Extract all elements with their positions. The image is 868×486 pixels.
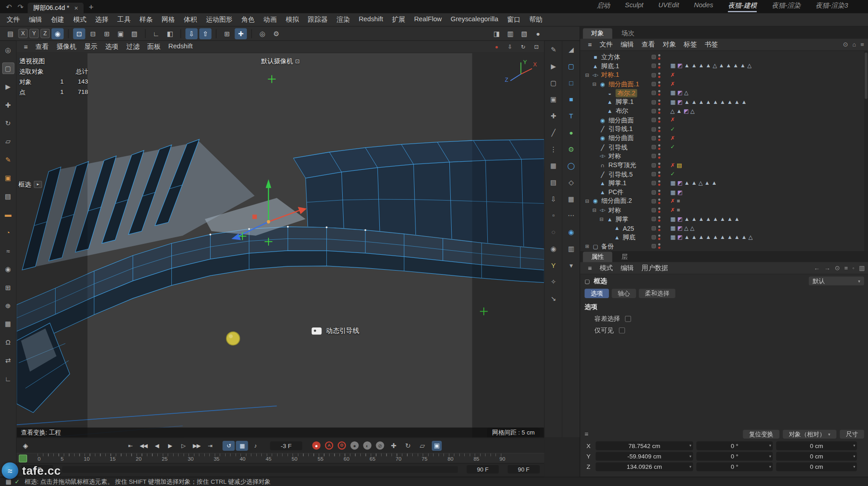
material-button[interactable]: ●	[532, 28, 544, 39]
tag-icon[interactable]: ▲	[713, 216, 718, 222]
tag-icon[interactable]: ▲	[720, 234, 725, 240]
enabled-icon[interactable]: ✓	[670, 145, 675, 150]
coord-system-toggle[interactable]: ◉	[52, 28, 64, 39]
tag-icon[interactable]: ▲	[726, 63, 731, 69]
camera-label[interactable]: 默认摄像机⊡	[17, 57, 544, 65]
object-name[interactable]: PC件	[609, 188, 624, 196]
object-row[interactable]: ╱引导线✓	[580, 143, 868, 152]
layer-toggle[interactable]	[651, 199, 656, 204]
measure-tool[interactable]: ∟	[2, 373, 14, 384]
layer-toggle[interactable]	[651, 145, 656, 150]
tag-icon[interactable]: ■	[677, 198, 680, 204]
menubar-item[interactable]: 编辑	[24, 15, 47, 24]
panel-tab[interactable]: 层	[613, 252, 637, 262]
layer-toggle[interactable]	[651, 172, 656, 177]
text-tool-icon[interactable]: T	[565, 110, 578, 122]
camera-icon[interactable]: ▣	[547, 93, 560, 106]
layout-tab[interactable]: 夜猫-渲染	[772, 1, 801, 12]
tag-icon[interactable]: ▲	[706, 216, 711, 222]
object-row[interactable]: ⊟▲脚掌▦◩▲▲▲▲▲▲▲▲	[580, 215, 868, 224]
ruler-tick[interactable]: 60	[344, 456, 349, 462]
object-row[interactable]: ▲脚掌.1▦◩▲▲△▲▲	[580, 179, 868, 188]
lock-icon[interactable]: ◦	[852, 264, 854, 271]
tag-icon[interactable]: ▲	[691, 63, 697, 69]
visibility-dots[interactable]	[658, 99, 660, 105]
goto-end-button[interactable]: ⇥	[204, 440, 216, 450]
size-field[interactable]: 0 cm▾	[776, 452, 857, 461]
frame-snap-toggle[interactable]: ▦	[236, 440, 248, 450]
object-menu-item[interactable]: 查看	[638, 40, 659, 49]
object-menu-item[interactable]: 标签	[680, 40, 701, 49]
symmetry-button[interactable]: ◎	[256, 28, 269, 39]
visibility-dots[interactable]	[658, 54, 660, 60]
object-name[interactable]: 对称	[609, 206, 621, 214]
tag-icon[interactable]: ▲	[734, 99, 740, 105]
object-row[interactable]: ⊟◁▷对称.1✗	[580, 70, 868, 79]
tag-icon[interactable]: ▦	[670, 181, 676, 186]
tag-icon[interactable]: ▲	[691, 99, 697, 105]
magnet-tool[interactable]: Ω	[2, 336, 14, 348]
tag-icon[interactable]: ▲	[733, 63, 738, 69]
object-row[interactable]: ╱引导线.5✓	[580, 170, 868, 179]
visibility-dots[interactable]	[658, 181, 660, 186]
new-tab-button[interactable]: +	[89, 2, 94, 11]
brush-icon[interactable]: ✎	[547, 44, 560, 56]
menubar-item[interactable]: 帮助	[525, 15, 547, 24]
record-pla-toggle[interactable]: ↻	[403, 440, 413, 450]
tag-icon[interactable]: ▤	[677, 163, 682, 168]
tag-icon[interactable]: △	[684, 90, 688, 96]
small-box-icon[interactable]: ▫	[547, 210, 560, 222]
wrench-icon[interactable]: Y	[547, 259, 560, 271]
extrude-tool[interactable]: ⊞	[2, 281, 14, 293]
field-spinner-icon[interactable]: ▾	[689, 444, 691, 448]
object-row[interactable]: ▲脚底.1▦◩▲▲▲▲△▲▲▲▲△	[580, 61, 868, 70]
layout-tab[interactable]: UVEdit	[658, 1, 679, 12]
ruler-tick[interactable]: 90	[500, 456, 505, 462]
undo-icon[interactable]: ↶	[5, 3, 14, 11]
tag-icon[interactable]: ◩	[677, 234, 683, 240]
poly-icon[interactable]: ◇	[565, 177, 578, 189]
object-name[interactable]: 细分曲面	[609, 116, 634, 124]
keyframe-preset-button[interactable]: ▱	[417, 440, 427, 450]
mirror-tool[interactable]: ⇄	[2, 355, 14, 366]
object-row[interactable]: ◉细分曲面✗	[580, 116, 868, 125]
ruler-tick[interactable]: 70	[396, 456, 401, 462]
preview-range-bar[interactable]	[62, 466, 458, 473]
z-axis-toggle[interactable]: Z	[40, 29, 50, 38]
object-row[interactable]: ⊟◉细分曲面.1✗	[580, 79, 868, 89]
visibility-dots[interactable]	[658, 234, 660, 240]
reset-transform-button[interactable]: 复位变换	[743, 430, 779, 439]
visibility-dots[interactable]	[658, 117, 660, 123]
tag-icon[interactable]: ▦	[670, 90, 676, 96]
panel-icon[interactable]: ▥	[565, 243, 578, 255]
ruler-tick[interactable]: 75	[421, 456, 427, 462]
ruler-tick[interactable]: 55	[318, 456, 324, 462]
disabled-icon[interactable]: ✗	[670, 117, 675, 123]
ruler-tick[interactable]: 45	[266, 456, 272, 462]
menubar-item[interactable]: 角色	[237, 15, 259, 24]
tag-icon[interactable]: ▦	[670, 63, 676, 69]
object-row[interactable]: ⊟◁▷对称✗■	[580, 206, 868, 215]
tag-icon[interactable]: ■	[677, 207, 680, 213]
menubar-item[interactable]: Greyscalegorilla	[446, 15, 503, 24]
tag-icon[interactable]: ▲	[684, 63, 689, 69]
tag-icon[interactable]: ▲	[734, 234, 740, 240]
tag-icon[interactable]: ▲	[684, 99, 689, 105]
object-name[interactable]: 细分曲面.1	[609, 80, 639, 88]
tag-icon[interactable]: ▲	[740, 63, 745, 69]
visibility-dots[interactable]	[658, 145, 660, 150]
checkbox[interactable]	[618, 327, 624, 333]
field-spinner-icon[interactable]: ▾	[854, 444, 855, 448]
quantize-toggle[interactable]: ⇧	[199, 28, 212, 39]
position-field[interactable]: 78.7542 cm▾	[596, 441, 693, 450]
visibility-dots[interactable]	[658, 163, 660, 168]
object-name[interactable]: 布尔.2	[616, 89, 637, 97]
array-tool[interactable]: ▤	[2, 190, 14, 202]
sound-toggle[interactable]: ♪	[249, 440, 261, 450]
tag-icon[interactable]: △	[747, 63, 751, 69]
menubar-item[interactable]: 体积	[179, 15, 202, 24]
tag-icon[interactable]: △	[684, 225, 688, 231]
field-spinner-icon[interactable]: ▾	[854, 454, 855, 458]
layer-toggle[interactable]	[651, 64, 656, 68]
menubar-item[interactable]: 选择	[91, 15, 113, 24]
